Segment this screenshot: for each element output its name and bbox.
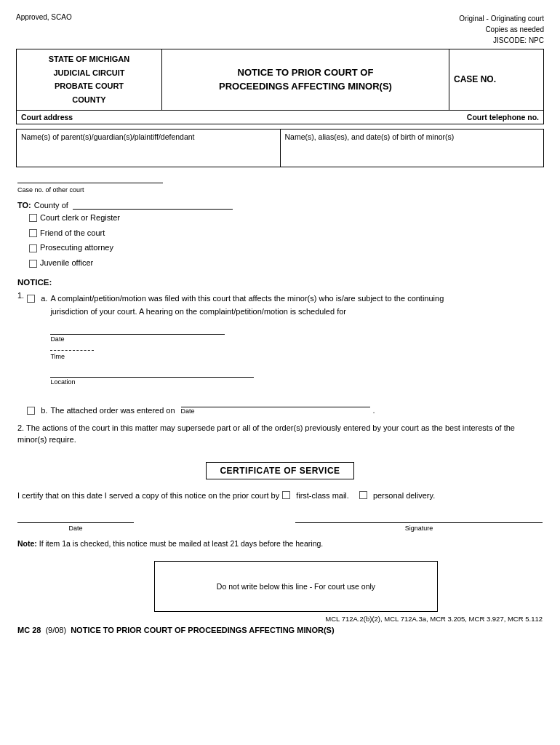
date-field-row: Date [50,324,444,343]
case-no-other-section: Case no. of other court [17,173,543,194]
form-title-cell: NOTICE TO PRIOR COURT OF PROCEEDINGS AFF… [162,49,449,111]
to-county-line: TO: County of [17,199,543,210]
certificate-section: CERTIFICATE OF SERVICE I certify that on… [17,462,543,532]
footer-bottom: MC 28 (9/08) NOTICE TO PRIOR COURT OF PR… [17,626,543,634]
checkbox-friend[interactable] [29,229,37,237]
checkbox-personal-delivery[interactable] [359,491,367,499]
mail-label: first-class mail. [296,491,349,500]
notice-section: NOTICE: 1. a. A complaint/petition/motio… [17,278,543,446]
approved-label: Approved, SCAO [16,13,72,46]
to-item-friend: Friend of the court [29,226,543,241]
note-section: Note: If item 1a is checked, this notice… [17,539,543,548]
checkbox-court-clerk[interactable] [29,214,37,222]
court-telephone-label: Court telephone no. [467,113,539,121]
notice-1a-text: A complaint/petition/motion was filed wi… [50,294,444,303]
to-item-prosecuting: Prosecuting attorney [29,241,543,255]
minor-name-label: Name(s), alias(es), and date(s) of birth… [285,132,540,141]
order-date-block: Date [181,397,370,415]
note-text: If item 1a is checked, this notice must … [39,539,323,548]
date-time-location-fields: Date Time Location [50,324,444,386]
notice-1-prefix: 1. [17,291,24,300]
hearing-date-field[interactable] [50,324,225,335]
date-field-label: Date [50,335,444,343]
to-item-court-clerk: Court clerk or Register [29,211,543,226]
to-label: TO: [17,201,31,210]
order-date-field[interactable] [181,397,370,407]
signature-row: Date Signature [17,513,543,532]
location-field[interactable] [50,367,254,378]
body-section: Case no. of other court TO: County of Co… [16,173,544,634]
signature-label: Signature [295,525,543,532]
form-number: MC 28 [17,626,41,634]
notice-1-content: a. A complaint/petition/motion was filed… [27,291,444,415]
top-meta: Approved, SCAO Original - Originating co… [16,13,544,46]
location-field-label: Location [50,378,444,386]
date-sig-label: Date [17,525,134,532]
checkbox-juvenile[interactable] [29,260,37,268]
parent-guardian-label: Name(s) of parent(s)/guardian(s)/plainti… [21,132,276,141]
to-item-label-juvenile: Juvenile officer [40,256,93,271]
case-no-other-field[interactable] [17,173,163,183]
checkbox-1a[interactable] [27,295,35,303]
checkbox-first-class[interactable] [282,491,290,499]
location-field-row: Location [50,367,444,386]
original-line2: Copies as needed [459,24,544,35]
signature-field[interactable] [295,513,543,523]
name-table: Name(s) of parent(s)/guardian(s)/plainti… [16,129,544,167]
to-item-label-prosecuting: Prosecuting attorney [40,241,113,255]
date-signature-field[interactable] [17,513,134,523]
to-item-label-friend: Friend of the court [40,226,105,241]
notice-item1: 1. a. A complaint/petition/motion was fi… [17,291,543,415]
time-field-row: Time [50,350,444,360]
to-item-label-court-clerk: Court clerk or Register [40,211,120,226]
notice-item1b: b. The attached order was entered on Dat… [27,397,444,415]
original-line1: Original - Originating court [459,13,544,24]
notice-title: NOTICE: [17,278,543,287]
original-info: Original - Originating court Copies as n… [459,13,544,46]
case-no-label: CASE NO. [454,74,539,84]
header-table: STATE OF MICHIGAN JUDICIAL CIRCUIT PROBA… [16,49,544,111]
jiscode: JISCODE: NPC [459,35,544,46]
court-use-text: Do not write below this line - For court… [217,582,375,591]
notice-item2: 2. The actions of the court in this matt… [17,422,543,446]
notice-item1a: a. A complaint/petition/motion was filed… [27,294,444,393]
to-items-list: Court clerk or Register Friend of the co… [29,211,543,271]
minor-name-cell: Name(s), alias(es), and date(s) of birth… [280,129,544,167]
certificate-box: CERTIFICATE OF SERVICE [206,462,353,479]
form-date-code: (9/08) [45,626,66,634]
notice-1b-text: The attached order was entered on [50,406,175,415]
county-field[interactable] [73,199,233,210]
state-line2: JUDICIAL CIRCUIT [21,66,157,80]
state-line3: PROBATE COURT [21,79,157,93]
to-section: TO: County of Court clerk or Register Fr… [17,199,543,271]
notice-1a-prefix: a. [41,294,47,303]
time-field-label: Time [50,353,444,360]
court-address-label: Court address [21,113,73,121]
checkbox-1b[interactable] [27,407,35,415]
footer-cite: MCL 712A.2(b)(2), MCL 712A.3a, MCR 3.205… [17,615,543,623]
state-line4: COUNTY [21,93,157,107]
form-title-line1: NOTICE TO PRIOR COURT OF [167,65,444,80]
order-date-label: Date [181,407,370,415]
state-line1: STATE OF MICHIGAN [21,52,157,66]
court-address-row: Court address Court telephone no. [16,111,544,124]
form-title-footer: NOTICE TO PRIOR COURT OF PROCEEDINGS AFF… [71,626,334,634]
period: . [373,406,375,415]
state-info: STATE OF MICHIGAN JUDICIAL CIRCUIT PROBA… [17,49,162,111]
signature-block: Signature [295,513,543,532]
note-label: Note: [17,539,37,548]
case-no-cell: CASE NO. [449,49,544,111]
county-prefix: County of [34,201,68,210]
parent-guardian-cell: Name(s) of parent(s)/guardian(s)/plainti… [17,129,281,167]
checkbox-prosecuting[interactable] [29,244,37,252]
notice-1b-prefix: b. [41,406,47,415]
notice-1a-text2: jurisdiction of your court. A hearing on… [50,307,444,316]
case-no-other-label: Case no. of other court [17,186,543,194]
notice-1a-text-block: A complaint/petition/motion was filed wi… [50,294,444,393]
date-sig-block: Date [17,513,134,532]
certify-line: I certify that on this date I served a c… [17,491,543,500]
form-title-line2: PROCEEDINGS AFFECTING MINOR(S) [167,79,444,94]
to-item-juvenile: Juvenile officer [29,256,543,271]
delivery-label: personal delivery. [373,491,435,500]
court-use-box: Do not write below this line - For court… [154,561,438,612]
